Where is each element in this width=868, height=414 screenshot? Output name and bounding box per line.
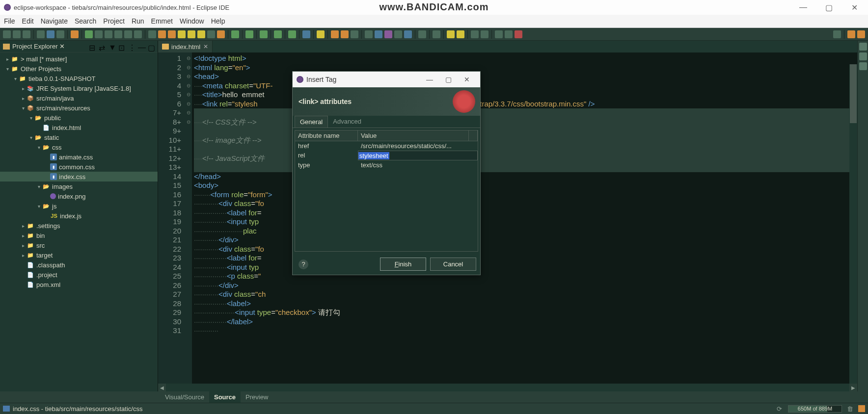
step-into-icon[interactable] (134, 30, 142, 38)
bulb-icon[interactable] (168, 30, 176, 38)
editor-tab-index-html[interactable]: index.html ✕ (158, 41, 213, 52)
code-editor[interactable]: 1234567+8+9+10+11+12+13+1415161718192021… (158, 52, 857, 384)
tree-tieba[interactable]: tieba 0.0.1-SNAPSHOT (28, 75, 96, 82)
globe-icon[interactable] (375, 30, 382, 38)
scroll-left-icon[interactable]: ◀ (158, 384, 166, 391)
task-view-icon[interactable] (859, 52, 867, 60)
tree-js[interactable]: js (52, 203, 56, 210)
dialog-maximize-button[interactable]: ▢ (439, 76, 458, 83)
save-icon[interactable] (13, 30, 21, 38)
server-icon[interactable] (302, 30, 310, 38)
misc1-icon[interactable] (471, 30, 479, 38)
tree-index-png[interactable]: index.png (58, 193, 85, 200)
new-folder-icon[interactable] (56, 30, 64, 38)
finish-button[interactable]: Finish (380, 258, 426, 271)
open-icon[interactable] (331, 30, 339, 38)
annot-icon[interactable] (433, 30, 440, 38)
help-icon[interactable]: ? (298, 259, 308, 269)
compile-icon[interactable] (231, 30, 239, 38)
memory-indicator[interactable]: 650M of 889M (788, 405, 842, 413)
menu-run[interactable]: Run (132, 17, 144, 25)
tree-src-java[interactable]: src/main/java (36, 95, 74, 102)
menu-navigate[interactable]: Navigate (41, 17, 68, 25)
tree-pom[interactable]: pom.xml (36, 281, 60, 288)
tree-src[interactable]: src (36, 242, 45, 249)
menu-project[interactable]: Project (103, 17, 125, 25)
tree-common-css[interactable]: common.css (59, 163, 95, 171)
tree-css[interactable]: css (52, 144, 62, 151)
outline-icon[interactable] (365, 30, 373, 38)
fold-column[interactable]: ⊖⊖⊖⊖⊖⊖⊖⊖ (185, 52, 192, 384)
list2-icon[interactable] (404, 30, 412, 38)
js-icon[interactable] (178, 30, 186, 38)
hat-icon[interactable] (515, 30, 522, 38)
vertical-scrollbar[interactable] (849, 64, 857, 384)
tab-source[interactable]: Source (209, 391, 241, 403)
coverage-icon[interactable] (274, 30, 282, 38)
new-class-icon[interactable] (317, 30, 325, 38)
table-row[interactable]: href /src/main/resources/static/css/... (295, 141, 478, 151)
project-tree[interactable]: ▸📁> mall [* master] ▾📁Other Projects ▾📁t… (0, 52, 158, 291)
back-icon[interactable] (447, 30, 455, 38)
java-persp-icon[interactable] (857, 30, 865, 38)
tree-classpath[interactable]: .classpath (36, 261, 65, 269)
horizontal-scrollbar[interactable]: ◀ ▶ (158, 384, 857, 391)
menu-edit[interactable]: Edit (22, 17, 34, 25)
link-editor-icon[interactable]: ⇄ (99, 43, 106, 50)
gear-icon[interactable] (217, 30, 225, 38)
stop-icon[interactable] (105, 30, 112, 38)
close-view-icon[interactable]: ✕ (59, 43, 65, 50)
marker-icon[interactable] (505, 30, 513, 38)
min-icon[interactable]: — (138, 43, 145, 50)
collapse-all-icon[interactable]: ⊟ (89, 43, 96, 50)
cancel-button[interactable]: Cancel (430, 258, 476, 271)
maximize-button[interactable]: ▢ (819, 3, 839, 12)
menu-window[interactable]: Window (180, 17, 204, 25)
step-over-icon[interactable] (124, 30, 132, 38)
step-icon[interactable] (114, 30, 122, 38)
dialog-title-bar[interactable]: Insert Tag — ▢ ✕ (293, 72, 480, 87)
tab-visual-source[interactable]: Visual/Source (160, 391, 209, 403)
tree-static[interactable]: static (44, 134, 59, 141)
persp-icon[interactable] (495, 30, 503, 38)
problems-view-icon[interactable] (859, 62, 867, 70)
run-ext-icon[interactable] (288, 30, 296, 38)
list-icon[interactable] (394, 30, 402, 38)
tree-jre[interactable]: JRE System Library [JavaSE-1.8] (36, 85, 131, 92)
save-all-icon[interactable] (23, 30, 30, 38)
bug-icon[interactable] (245, 30, 253, 38)
nav-icon[interactable] (418, 30, 426, 38)
trash-icon[interactable]: 🗑 (847, 405, 853, 413)
wand-icon[interactable] (71, 30, 79, 38)
perspective-icon[interactable] (847, 30, 855, 38)
debug-config-icon[interactable] (158, 30, 166, 38)
tab-preview[interactable]: Preview (241, 391, 273, 403)
minimize-button[interactable]: — (793, 3, 813, 12)
tree-mall[interactable]: > mall [* master] (21, 55, 67, 63)
tree-project[interactable]: .project (36, 271, 57, 279)
j2-icon[interactable] (197, 30, 205, 38)
menu-help[interactable]: Help (211, 17, 225, 25)
j1-icon[interactable] (188, 30, 195, 38)
pause-icon[interactable] (95, 30, 103, 38)
search-icon[interactable] (351, 30, 358, 38)
refresh-icon[interactable]: ⟳ (777, 405, 782, 413)
tree-animate-css[interactable]: animate.css (59, 154, 93, 161)
tree-index-css[interactable]: index.css (59, 173, 85, 181)
attr-value-href[interactable]: /src/main/resources/static/css/... (358, 141, 478, 151)
menu-search[interactable]: Search (75, 17, 96, 25)
new-icon[interactable] (3, 30, 11, 38)
col-attr-name[interactable]: Attribute name (295, 130, 358, 141)
tree-target[interactable]: target (36, 252, 53, 259)
tree-images[interactable]: images (52, 183, 73, 190)
run-icon[interactable] (85, 30, 93, 38)
table-row[interactable]: rel stylesheet (295, 151, 478, 160)
quick-search-icon[interactable] (833, 30, 841, 38)
new-file-icon[interactable] (37, 30, 45, 38)
tree-index-html[interactable]: index.html (52, 124, 81, 131)
filter-icon[interactable]: ▼ (108, 43, 115, 50)
menu-emmet[interactable]: Emmet (151, 17, 173, 25)
fwd-icon[interactable] (457, 30, 464, 38)
tree-bin[interactable]: bin (36, 232, 45, 239)
rel-input[interactable]: stylesheet (358, 152, 389, 159)
